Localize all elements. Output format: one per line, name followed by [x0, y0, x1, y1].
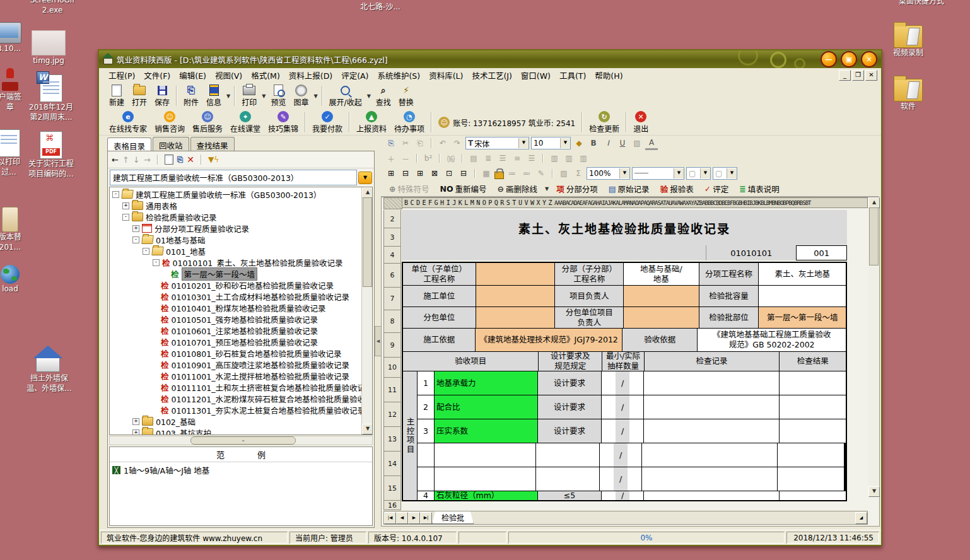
item-requirement-cell[interactable] — [536, 443, 599, 467]
scroll-down-icon[interactable]: ▼ — [362, 424, 373, 435]
desktop-icon-video-folder[interactable]: 视频录制 — [888, 25, 928, 58]
menu-12[interactable]: 帮助(H) — [590, 70, 627, 82]
redo-icon[interactable]: ↷ — [451, 137, 464, 149]
desktop-icon-house[interactable]: 挡土外墙保 温、外墙保... — [20, 347, 78, 394]
tree-item[interactable]: 检01010701_预压地基检验批质量验收记录 — [110, 336, 362, 347]
expand-icon[interactable]: + — [132, 225, 139, 232]
dropdown-arrow-icon[interactable]: ▼ — [313, 93, 317, 99]
item-name-cell[interactable]: 地基承载力 — [435, 371, 537, 395]
row-header-3[interactable]: 3 — [383, 228, 401, 247]
info-label[interactable]: 分项工程名称 — [699, 263, 759, 285]
sheet-scroll-up-icon[interactable]: ▲ — [868, 197, 880, 208]
tree-item[interactable]: +通用表格 — [110, 200, 362, 211]
special-button-subitem[interactable]: 项分部分项 — [552, 183, 602, 195]
table-tool-icon-0[interactable]: ⊞ — [385, 168, 397, 179]
dropdown-arrow-icon[interactable]: ▼ — [367, 93, 371, 99]
column-letters[interactable]: BCDEFGHIJKLMNOPQRSTUVWXYZAAABACADAEAFAGA… — [402, 197, 868, 208]
menu-10[interactable]: 窗口(W) — [517, 70, 555, 82]
row-header-10[interactable]: 10 — [383, 358, 401, 378]
item-result-cell[interactable] — [780, 491, 846, 500]
undo-icon[interactable]: ↶ — [436, 137, 449, 149]
form-code-cell[interactable]: 01010101 — [706, 245, 796, 260]
tree-item[interactable]: +分部分项工程质量验收记录 — [110, 223, 362, 234]
grid-header-cell[interactable]: 检查记录 — [645, 352, 779, 371]
row-header-4[interactable]: 4 — [383, 247, 401, 264]
format-icon-b2[interactable]: b² — [422, 153, 435, 164]
row-header-12[interactable]: 12 — [383, 402, 401, 427]
item-number-cell[interactable]: 2 — [418, 395, 434, 419]
item-number-cell[interactable]: 1 — [418, 371, 434, 395]
format-icon-b4[interactable]: ▤ — [467, 153, 480, 164]
sheet-vertical-scrollbar[interactable]: ▲ ▼ — [868, 197, 879, 497]
item-name-cell[interactable]: 压实系数 — [435, 419, 537, 443]
toolbar-button-open-folder[interactable]: 打开 — [128, 84, 151, 108]
standard-dropdown[interactable]: 建筑工程施工质量验收统一标准（GB50300-2013） — [110, 170, 357, 185]
info-label[interactable]: 施工单位 — [403, 286, 476, 306]
item-result-cell[interactable] — [778, 443, 844, 467]
item-record-cell[interactable] — [642, 467, 777, 491]
table-tool-icon-1[interactable]: ⊟ — [399, 168, 412, 179]
item-sample-cell[interactable]: / — [602, 491, 643, 500]
row-header-16[interactable]: 16 — [383, 501, 401, 510]
bold-icon[interactable]: B — [587, 137, 600, 149]
toolbar-button-stamp[interactable]: 图章 — [289, 84, 312, 108]
grid-header-cell[interactable]: 检查结果 — [780, 352, 846, 371]
menu-7[interactable]: 系统维护(S) — [373, 70, 424, 82]
table-tool-icon-2[interactable]: ⊞ — [414, 168, 426, 179]
format-icon-b7[interactable]: ≡ — [511, 153, 523, 164]
sheet-nav-first-icon[interactable]: |◀ — [384, 512, 396, 524]
table-tool-icon-8[interactable]: ≔ — [506, 168, 518, 179]
dropdown-arrow-icon[interactable]: ▼ — [262, 93, 266, 99]
tree-item[interactable]: 检01011101_土和灰土挤密桩复合地基检验批质量验收记录 — [110, 382, 362, 393]
grid-header-cell[interactable]: 验收项目 — [403, 352, 538, 371]
tree-item[interactable]: -01地基与基础 — [110, 234, 362, 245]
item-requirement-cell[interactable]: 设计要求 — [538, 371, 601, 395]
grid-header-cell[interactable]: 最小/实际 抽样数量 — [602, 352, 644, 371]
child-minimize-button[interactable]: _ — [839, 70, 851, 81]
item-name-cell[interactable] — [435, 467, 535, 491]
toolbar-button-replace[interactable]: ⚡替换 — [395, 84, 418, 108]
tree-item[interactable]: 检01011001_水泥土搅拌桩地基检验批质量验收记录 — [110, 370, 362, 382]
format-icon-b8[interactable]: ☰ — [525, 153, 538, 164]
forward-arrow-icon[interactable]: → — [144, 155, 151, 165]
format-painter-icon[interactable]: ◆ — [573, 137, 585, 149]
section-label-cell[interactable]: 主控项目 — [403, 371, 417, 500]
info-value[interactable]: 地基与基础/ 地基 — [624, 263, 699, 285]
format-icon-b10[interactable]: ▥ — [563, 153, 575, 164]
desktop-label-beiqilu[interactable]: 北七路-沙... — [354, 2, 406, 12]
form-serial-cell[interactable]: 001 — [796, 245, 847, 260]
info-value[interactable] — [476, 307, 555, 328]
sheet-corner-button[interactable]: ◢ — [855, 512, 867, 524]
toolbar-button-upload[interactable]: ▲上报资料 — [353, 110, 390, 134]
menu-8[interactable]: 资料库(L) — [424, 70, 467, 82]
tree-item[interactable]: 检01010401_粉煤灰地基检验批质量验收记录 — [110, 302, 362, 313]
row-header-6[interactable]: 6 — [383, 264, 401, 288]
underline-icon[interactable]: U — [616, 137, 629, 149]
menu-4[interactable]: 格式(M) — [247, 70, 284, 82]
row-header-8[interactable]: 8 — [383, 310, 401, 333]
italic-icon[interactable]: I — [602, 137, 614, 149]
toolbar-button-todo[interactable]: ◔待办事项 — [390, 110, 428, 134]
tree-hscroll-thumb[interactable]: ⌄ — [190, 436, 296, 445]
form-title[interactable]: 素土、灰土地基检验批质量验收记录 — [402, 210, 847, 245]
collapse-icon[interactable]: - — [132, 236, 139, 243]
item-sample-cell[interactable]: / — [600, 467, 641, 491]
tree-item[interactable]: -检验批质量验收记录 — [110, 211, 362, 223]
item-sample-cell[interactable]: / — [602, 419, 643, 443]
tree-item[interactable]: 检01011201_水泥粉煤灰碎石桩复合地基检验批质量验收记录 — [110, 393, 362, 404]
row-header-2[interactable]: 2 — [383, 210, 401, 228]
line-style-combo[interactable]: ───▼ — [632, 167, 684, 180]
info-value[interactable] — [624, 286, 699, 306]
menu-3[interactable]: 视图(V) — [211, 70, 247, 82]
item-name-cell[interactable]: 配合比 — [435, 395, 537, 419]
table-tool-icon-6[interactable]: ▦ — [480, 168, 493, 179]
toolbar-button-tips[interactable]: ✎技巧集锦 — [264, 110, 302, 134]
expand-icon[interactable]: + — [132, 418, 139, 425]
item-result-cell[interactable] — [780, 419, 846, 443]
menu-9[interactable]: 技术工艺(J) — [467, 70, 516, 82]
format-icon-b9[interactable]: ▥ — [548, 153, 561, 164]
tree-item[interactable]: -检01010101_素土、灰土地基检验批质量验收记录 — [110, 257, 362, 268]
desktop-icon-screentogif-label[interactable]: 2.exe — [18, 5, 87, 15]
tree-item[interactable]: +0102_基础 — [110, 416, 362, 427]
collapse-icon[interactable]: - — [153, 259, 160, 266]
